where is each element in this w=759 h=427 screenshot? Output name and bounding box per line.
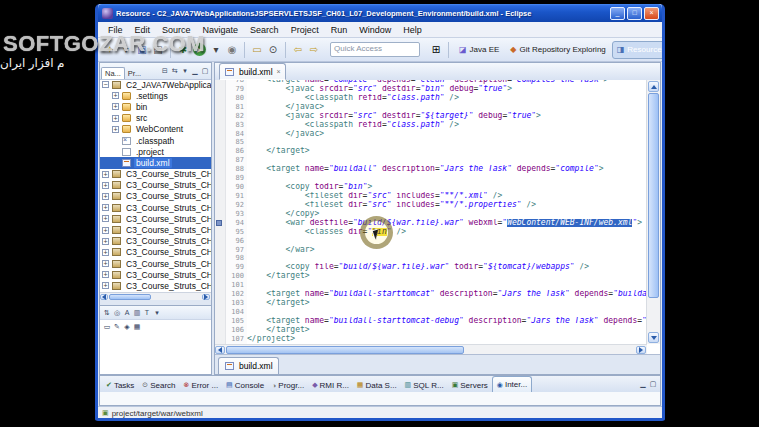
view-tab-progr[interactable]: ◑Progr... [268,378,308,392]
tree-expander-icon[interactable]: + [102,204,109,211]
maximize-button[interactable]: □ [627,7,642,20]
editor-hscrollbar[interactable] [215,344,647,354]
perspective-java-ee[interactable]: ◪Java EE [454,41,504,59]
tree-expander-icon[interactable]: − [102,81,109,88]
menu-help[interactable]: Help [397,24,428,36]
tree-expander-icon[interactable]: + [112,115,119,122]
tree-expander-icon[interactable]: + [102,249,109,256]
workarea: Na...Pr... ⊟⇆▾▁▢ −C2_JAVA7WebApplication… [98,62,662,418]
tree-item[interactable]: +C3_Course_Struts_CH03_ [100,269,211,280]
code-text: </javac> [247,130,647,139]
view-tab-search[interactable]: ⊙Search [138,378,179,392]
tree-expander-icon[interactable]: + [102,215,109,222]
tree-item[interactable]: +C3_Course_Struts_CH01_ [100,180,211,191]
hide-properties-icon[interactable]: ◎ [112,307,122,318]
view-tab-label: Error ... [191,381,218,390]
tree-item[interactable]: +src [100,113,211,124]
outline-filter-3-icon[interactable]: ◈ [122,321,132,332]
scroll-left-icon[interactable] [215,346,225,354]
view-tab-error[interactable]: ⊗Error ... [180,378,223,392]
scroll-down-icon[interactable] [648,332,659,343]
search-icon[interactable]: ⊙ [265,41,281,58]
run-dropdown-icon[interactable]: ▾ [208,41,224,58]
tree-expander-icon[interactable]: + [102,260,109,267]
view-tab-servers[interactable]: ▣Servers [448,378,492,392]
tree-item[interactable]: +C3_Course_Struts_CH03_ [100,280,211,291]
tree-expander-icon[interactable]: + [112,103,119,110]
outline-filter-1-icon[interactable]: ▭ [102,321,112,332]
tree-expander-icon[interactable]: + [112,126,119,133]
hide-internal-targets-icon[interactable]: A [122,307,132,318]
menu-project[interactable]: Project [285,24,325,36]
new-folder-icon[interactable]: ▭ [249,41,265,58]
outline-view-menu-icon[interactable]: ▾ [152,307,162,318]
explorer-tab[interactable]: Pr... [125,68,144,79]
outline-filter-2-icon[interactable]: ✎ [112,321,122,332]
tree-item[interactable]: +C3_Course_Struts_CH02_ [100,213,211,224]
maximize-panel-icon[interactable]: ▢ [648,379,658,390]
tree-expander-icon[interactable]: + [102,238,109,245]
tree-expander-icon[interactable]: + [102,282,109,289]
quick-access-input[interactable]: Quick Access [330,42,420,57]
perspective-resource[interactable]: ◨Resource [612,41,665,59]
hide-tasks-icon[interactable]: T [142,307,152,318]
open-perspective-icon[interactable]: ⊞ [428,41,444,58]
view-tab-sqlr[interactable]: ▥SQL R... [401,378,448,392]
tree-item[interactable]: +C3_Course_Struts_CH02_ [100,224,211,235]
editor-vscrollbar[interactable] [646,80,660,344]
link-with-editor-icon[interactable]: ⇆ [170,66,180,77]
tree-item[interactable]: +C3_Course_Struts_CH02_ [100,202,211,213]
line-number: 89 [226,174,247,183]
tree-item[interactable]: .classpath [100,135,211,146]
view-tab-rmir[interactable]: ◆RMI R... [308,378,353,392]
mini-editor-tab[interactable]: build.xml [218,357,279,374]
scroll-right-icon[interactable] [636,346,646,354]
tree-item[interactable]: .project [100,146,211,157]
tree-item[interactable]: +C3_Course_Struts_CH03_ [100,236,211,247]
menu-window[interactable]: Window [353,24,397,36]
tab-close-icon[interactable]: × [277,68,281,75]
tree-item[interactable]: +WebContent [100,124,211,135]
tree-expander-icon[interactable]: + [102,227,109,234]
scroll-up-icon[interactable] [648,81,659,92]
menu-search[interactable]: Search [244,24,285,36]
forward-icon[interactable]: ⇨ [306,41,322,58]
perspective-git-repository-exploring[interactable]: ◆Git Repository Exploring [505,41,610,59]
view-menu-icon[interactable]: ▾ [180,66,190,77]
minimize-view-icon[interactable]: ▁ [190,66,200,77]
tree-item[interactable]: +C3_Course_Struts_CH01_ [100,169,211,180]
view-tab-datas[interactable]: ▦Data S... [353,378,401,392]
tree-item[interactable]: +C3_Course_Struts_CH03_ [100,247,211,258]
close-button[interactable]: × [644,7,659,20]
tree-item[interactable]: build.xml [100,157,211,168]
vscroll-thumb[interactable] [648,93,659,298]
view-tab-inter[interactable]: ◉Inter... [492,376,532,392]
tree-item[interactable]: +C3_Course_Struts_CH02_ [100,191,211,202]
tree-item[interactable]: +bin [100,101,211,112]
hscroll-thumb[interactable] [226,346,464,354]
minimize-panel-icon[interactable]: ▁ [638,379,648,390]
external-tools-icon[interactable]: ◉ [224,41,240,58]
tree-expander-icon[interactable]: + [102,182,109,189]
code-area[interactable]: 78 <target name="compile" depends="clean… [215,80,660,344]
collapse-all-icon[interactable]: ⊟ [160,66,170,77]
maximize-view-icon[interactable]: ▢ [200,66,210,77]
hide-imported-elements-icon[interactable]: ▥ [132,307,142,318]
line-number: 81 [226,103,247,112]
tree-item[interactable]: +.settings [100,90,211,101]
explorer-tab[interactable]: Na... [101,67,125,79]
tree-expander-icon[interactable]: + [102,171,109,178]
tree-expander-icon[interactable]: + [102,193,109,200]
minimize-button[interactable]: _ [610,7,625,20]
tree-expander-icon[interactable]: + [112,92,119,99]
tree-expander-icon[interactable]: + [102,271,109,278]
sort-icon[interactable]: ⇅ [102,307,112,318]
view-tab-console[interactable]: ▤Console [222,378,268,392]
outline-filter-4-icon[interactable]: ▦ [132,321,142,332]
editor-tab-buildxml[interactable]: build.xml × [219,63,286,80]
view-tab-tasks[interactable]: ✔Tasks [102,378,138,392]
back-icon[interactable]: ⇦ [290,41,306,58]
menu-run[interactable]: Run [325,24,354,36]
tree-item[interactable]: −C2_JAVA7WebApplication [100,79,211,90]
tree-item[interactable]: +C3_Course_Struts_CH03_ [100,258,211,269]
